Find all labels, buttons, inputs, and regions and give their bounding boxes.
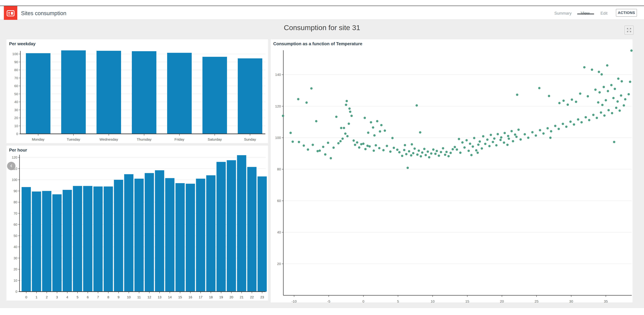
tab-edit[interactable]: Edit — [599, 6, 609, 20]
data-point — [343, 127, 345, 129]
previous-slide-button[interactable]: ‹ — [7, 162, 16, 170]
data-point — [621, 80, 623, 82]
x-tick-label: 30 — [569, 299, 573, 303]
x-tick-label: 19 — [219, 295, 223, 299]
data-point — [629, 80, 631, 83]
data-point — [615, 107, 618, 109]
data-point — [424, 154, 427, 156]
x-tick-label: 1 — [36, 295, 37, 299]
data-point — [475, 149, 478, 152]
bar — [167, 53, 192, 134]
data-point — [565, 126, 568, 128]
tab-view[interactable]: View — [580, 6, 590, 20]
y-tick-label: 0 — [16, 290, 17, 294]
data-point — [410, 154, 412, 156]
x-tick-label: 10 — [127, 295, 131, 299]
bar — [124, 174, 134, 292]
data-point — [348, 108, 351, 110]
data-point — [404, 144, 406, 146]
data-point — [345, 104, 347, 106]
data-point — [282, 115, 284, 117]
y-tick-label: 60 — [14, 84, 18, 88]
bar — [155, 170, 164, 292]
dashboard-logo[interactable] — [4, 6, 17, 20]
data-point — [506, 144, 509, 146]
actions-button[interactable]: ACTIONS — [616, 9, 637, 17]
data-point — [583, 66, 586, 68]
x-tick-label: Wednesday — [100, 138, 118, 141]
y-tick-label: 100 — [275, 136, 281, 140]
data-point — [624, 98, 626, 100]
data-point — [310, 87, 312, 90]
data-point — [508, 138, 510, 140]
data-point — [327, 142, 329, 144]
data-point — [601, 104, 604, 106]
x-tick-label: 35 — [604, 299, 608, 303]
data-point — [344, 132, 346, 135]
bar — [104, 186, 113, 292]
dashboard-page: Consumption for site 31 Per weekday 0102… — [0, 20, 644, 308]
data-point — [507, 135, 509, 137]
data-point — [384, 130, 386, 132]
bar — [237, 155, 246, 292]
x-tick-label: Tuesday — [67, 138, 80, 141]
data-point — [618, 110, 621, 112]
data-point — [330, 157, 332, 160]
bar — [42, 191, 52, 292]
data-point — [542, 132, 545, 135]
data-point — [539, 129, 541, 131]
x-tick-label: 0 — [362, 299, 364, 303]
x-tick-label: 14 — [168, 295, 172, 299]
data-point — [454, 146, 456, 148]
bar — [238, 58, 262, 134]
bar — [32, 192, 41, 292]
data-point — [616, 100, 619, 102]
y-tick-label: 10 — [14, 279, 17, 282]
x-tick-label: Sunday — [244, 138, 256, 141]
data-point — [380, 124, 382, 126]
bar — [227, 160, 236, 292]
y-tick-label: 10 — [14, 124, 18, 128]
data-point — [569, 120, 572, 123]
bar — [52, 194, 62, 292]
x-tick-label: 17 — [199, 295, 202, 299]
data-point — [450, 152, 452, 154]
fullscreen-button[interactable] — [624, 26, 634, 35]
data-point — [350, 115, 353, 117]
data-point — [354, 144, 356, 146]
data-point — [438, 154, 440, 157]
data-point — [588, 119, 590, 121]
y-tick-label: 40 — [277, 230, 281, 234]
data-point — [307, 148, 309, 151]
data-point — [456, 148, 458, 151]
data-point — [315, 120, 318, 122]
y-tick-label: 50 — [14, 92, 18, 96]
data-point — [535, 134, 537, 137]
data-point — [337, 142, 340, 144]
data-point — [605, 99, 607, 102]
data-point — [436, 150, 438, 152]
weekday-bar-chart[interactable]: 0102030405060708090100MondayTuesdayWedne… — [6, 39, 268, 144]
data-point — [606, 64, 608, 66]
data-point — [386, 145, 388, 147]
per-weekday-chart-panel: Per weekday 0102030405060708090100Monday… — [6, 39, 268, 144]
data-point — [512, 140, 514, 142]
data-point — [580, 121, 583, 124]
bar — [114, 180, 123, 292]
y-tick-label: 50 — [14, 234, 17, 238]
data-point — [352, 140, 355, 142]
x-tick-label: 25 — [534, 299, 538, 303]
x-tick-label: 4 — [66, 295, 68, 299]
x-tick-label: 15 — [178, 295, 182, 299]
data-point — [481, 147, 483, 150]
temperature-scatter-chart[interactable]: 20406080100120140-10-505101520253035 — [270, 39, 633, 303]
tab-summary[interactable]: Summary — [554, 6, 571, 20]
data-point — [623, 104, 625, 107]
data-point — [464, 146, 466, 149]
x-tick-label: 22 — [250, 295, 254, 299]
y-tick-label: 20 — [277, 262, 281, 266]
data-point — [324, 153, 326, 156]
x-tick-label: Saturday — [208, 138, 222, 141]
hour-bar-chart[interactable]: 0102030405060708090100110120012345678910… — [6, 146, 268, 301]
data-point — [598, 71, 600, 73]
